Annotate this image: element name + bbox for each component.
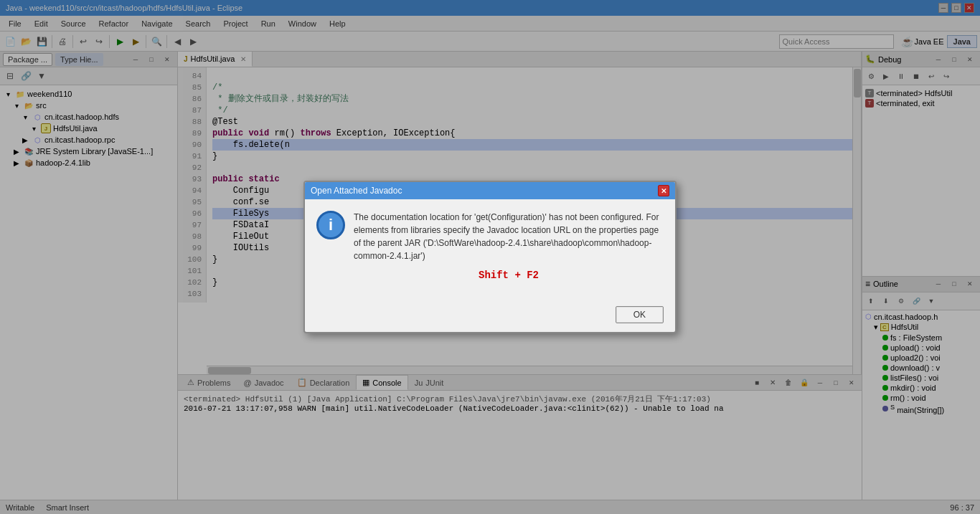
dialog-title-bar: Open Attached Javadoc ✕ bbox=[305, 182, 675, 199]
dialog-footer: OK bbox=[305, 300, 675, 332]
dialog-message-text: The documentation location for 'get(Conf… bbox=[354, 211, 664, 262]
dialog-shortcut-hint: Shift + F2 bbox=[354, 262, 664, 289]
dialog-overlay: Open Attached Javadoc ✕ i The documentat… bbox=[0, 0, 980, 514]
dialog-body: i The documentation location for 'get(Co… bbox=[305, 199, 675, 300]
dialog-info-icon: i bbox=[316, 211, 345, 239]
javadoc-dialog: Open Attached Javadoc ✕ i The documentat… bbox=[303, 181, 677, 333]
dialog-ok-button[interactable]: OK bbox=[616, 306, 664, 323]
dialog-message: The documentation location for 'get(Conf… bbox=[354, 211, 664, 289]
dialog-title-label: Open Attached Javadoc bbox=[311, 186, 402, 196]
dialog-close-button[interactable]: ✕ bbox=[658, 185, 669, 196]
